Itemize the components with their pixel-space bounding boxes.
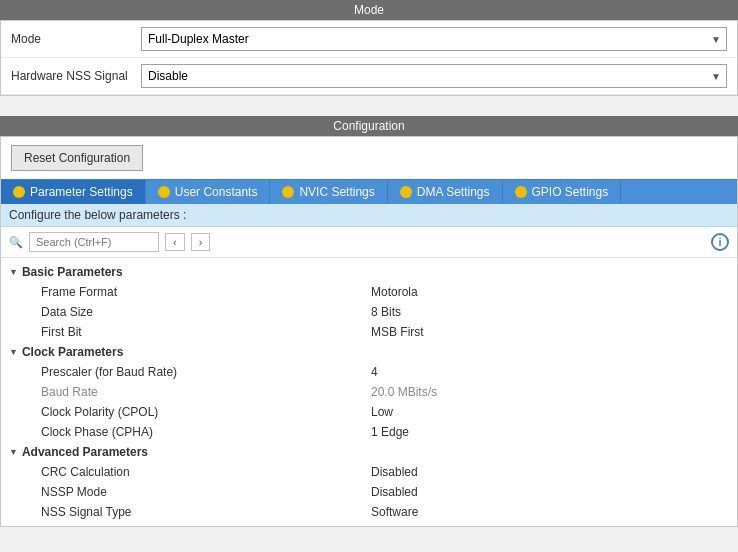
param-nss-signal-type: NSS Signal Type Software <box>1 502 737 522</box>
nss-select[interactable]: Disable Enable <box>141 64 727 88</box>
param-value-crc-calculation: Disabled <box>371 465 418 479</box>
config-section-header: Configuration <box>0 116 738 136</box>
param-value-nss-signal-type: Software <box>371 505 418 519</box>
param-name-prescaler: Prescaler (for Baud Rate) <box>41 365 371 379</box>
configure-bar: Configure the below parameters : <box>1 204 737 227</box>
tab-dot-gpio-settings <box>515 186 527 198</box>
param-data-size: Data Size 8 Bits <box>1 302 737 322</box>
param-name-first-bit: First Bit <box>41 325 371 339</box>
tab-label-nvic-settings: NVIC Settings <box>299 185 374 199</box>
param-value-first-bit: MSB First <box>371 325 424 339</box>
tabs-bar: Parameter Settings User Constants NVIC S… <box>1 179 737 204</box>
param-value-clock-polarity: Low <box>371 405 393 419</box>
search-input[interactable] <box>29 232 159 252</box>
spacer <box>0 96 738 116</box>
reset-configuration-button[interactable]: Reset Configuration <box>11 145 143 171</box>
params-container: ▼ Basic Parameters Frame Format Motorola… <box>1 258 737 526</box>
param-value-data-size: 8 Bits <box>371 305 401 319</box>
param-name-data-size: Data Size <box>41 305 371 319</box>
tab-label-dma-settings: DMA Settings <box>417 185 490 199</box>
param-value-nssp-mode: Disabled <box>371 485 418 499</box>
nss-label: Hardware NSS Signal <box>11 69 141 83</box>
tab-dot-parameter-settings <box>13 186 25 198</box>
mode-select[interactable]: Full-Duplex Master Half-Duplex Master Re… <box>141 27 727 51</box>
nss-select-wrapper: Disable Enable ▼ <box>141 64 727 88</box>
chevron-advanced-icon: ▼ <box>9 447 18 457</box>
tab-nvic-settings[interactable]: NVIC Settings <box>270 180 387 204</box>
param-crc-calculation: CRC Calculation Disabled <box>1 462 737 482</box>
search-bar: 🔍 ‹ › i <box>1 227 737 258</box>
mode-row-nss: Hardware NSS Signal Disable Enable ▼ <box>1 58 737 95</box>
param-frame-format: Frame Format Motorola <box>1 282 737 302</box>
nav-next-button[interactable]: › <box>191 233 211 251</box>
param-name-frame-format: Frame Format <box>41 285 371 299</box>
group-basic-parameters[interactable]: ▼ Basic Parameters <box>1 262 737 282</box>
search-icon: 🔍 <box>9 236 23 249</box>
group-clock-parameters[interactable]: ▼ Clock Parameters <box>1 342 737 362</box>
mode-section-header: Mode <box>0 0 738 20</box>
param-name-nss-signal-type: NSS Signal Type <box>41 505 371 519</box>
param-clock-polarity: Clock Polarity (CPOL) Low <box>1 402 737 422</box>
group-label-basic: Basic Parameters <box>22 265 123 279</box>
mode-select-wrapper: Full-Duplex Master Half-Duplex Master Re… <box>141 27 727 51</box>
config-section: Reset Configuration Parameter Settings U… <box>0 136 738 527</box>
configure-text: Configure the below parameters : <box>9 208 186 222</box>
param-value-frame-format: Motorola <box>371 285 418 299</box>
param-name-nssp-mode: NSSP Mode <box>41 485 371 499</box>
param-name-baud-rate: Baud Rate <box>41 385 371 399</box>
tab-dot-user-constants <box>158 186 170 198</box>
mode-row-mode: Mode Full-Duplex Master Half-Duplex Mast… <box>1 21 737 58</box>
chevron-basic-icon: ▼ <box>9 267 18 277</box>
tab-label-user-constants: User Constants <box>175 185 258 199</box>
group-label-clock: Clock Parameters <box>22 345 123 359</box>
tab-parameter-settings[interactable]: Parameter Settings <box>1 180 146 204</box>
param-value-prescaler: 4 <box>371 365 378 379</box>
param-name-crc-calculation: CRC Calculation <box>41 465 371 479</box>
param-first-bit: First Bit MSB First <box>1 322 737 342</box>
param-nssp-mode: NSSP Mode Disabled <box>1 482 737 502</box>
param-name-clock-phase: Clock Phase (CPHA) <box>41 425 371 439</box>
tab-dot-nvic-settings <box>282 186 294 198</box>
group-label-advanced: Advanced Parameters <box>22 445 148 459</box>
tab-dma-settings[interactable]: DMA Settings <box>388 180 503 204</box>
tab-dot-dma-settings <box>400 186 412 198</box>
tab-gpio-settings[interactable]: GPIO Settings <box>503 180 622 204</box>
param-prescaler: Prescaler (for Baud Rate) 4 <box>1 362 737 382</box>
param-clock-phase: Clock Phase (CPHA) 1 Edge <box>1 422 737 442</box>
group-advanced-parameters[interactable]: ▼ Advanced Parameters <box>1 442 737 462</box>
param-baud-rate: Baud Rate 20.0 MBits/s <box>1 382 737 402</box>
tab-label-parameter-settings: Parameter Settings <box>30 185 133 199</box>
info-icon[interactable]: i <box>711 233 729 251</box>
param-name-clock-polarity: Clock Polarity (CPOL) <box>41 405 371 419</box>
reset-button-wrapper: Reset Configuration <box>1 137 737 179</box>
chevron-clock-icon: ▼ <box>9 347 18 357</box>
nav-prev-button[interactable]: ‹ <box>165 233 185 251</box>
mode-label: Mode <box>11 32 141 46</box>
tab-label-gpio-settings: GPIO Settings <box>532 185 609 199</box>
param-value-clock-phase: 1 Edge <box>371 425 409 439</box>
param-value-baud-rate: 20.0 MBits/s <box>371 385 437 399</box>
mode-section: Mode Full-Duplex Master Half-Duplex Mast… <box>0 20 738 96</box>
tab-user-constants[interactable]: User Constants <box>146 180 271 204</box>
